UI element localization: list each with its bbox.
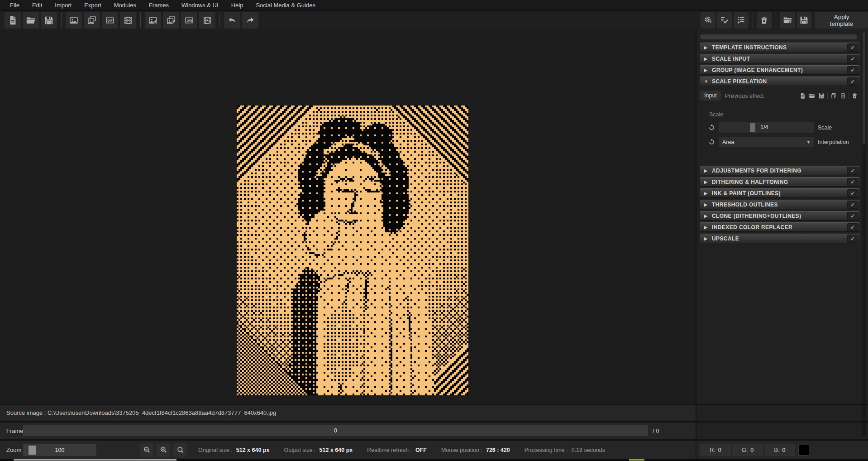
- interpolation-dropdown[interactable]: Area ▼: [719, 137, 814, 147]
- redo-button[interactable]: [242, 12, 258, 29]
- undo-button[interactable]: [224, 12, 240, 29]
- panel-enable-checkbox[interactable]: ✓: [847, 178, 858, 186]
- toolbar-right-group: Apply template: [700, 11, 868, 29]
- panel-header-adjustments-for-dithering[interactable]: ▶ADJUSTMENTS FOR DITHERING✓: [700, 166, 859, 175]
- panel-enable-checkbox[interactable]: ✓: [847, 55, 858, 63]
- status-field-original-size: Original size :512 x 640 px: [198, 447, 269, 453]
- import-gif-button[interactable]: GIF: [102, 12, 118, 29]
- status-bar: Zoom 100 Original size :512 x 640 pxOutp…: [0, 441, 868, 459]
- save-file-mini-button[interactable]: [817, 91, 826, 101]
- zoom-out-button[interactable]: [140, 443, 153, 457]
- menu-frames[interactable]: Frames: [143, 0, 175, 10]
- toolbar-separator: [753, 13, 753, 28]
- expand-triangle-icon: ▶: [704, 191, 712, 196]
- channel-label: B:: [774, 447, 780, 453]
- export-video-button[interactable]: [199, 12, 215, 29]
- effect-list-button[interactable]: [734, 12, 749, 29]
- toolbar-separator: [61, 13, 62, 28]
- main-toolbar: GIFGIF Apply template: [0, 11, 868, 29]
- panel-enable-checkbox[interactable]: ✓: [847, 66, 858, 74]
- menu-edit[interactable]: Edit: [26, 0, 48, 10]
- panel-title: GROUP (IMAGE ENHANCEMENT): [712, 67, 803, 73]
- open-file-mini-button[interactable]: [807, 91, 817, 101]
- scale-slider-handle[interactable]: [750, 123, 755, 132]
- menu-file[interactable]: File: [4, 0, 26, 10]
- panel-header-ink-paint-outlines[interactable]: ▶INK & PAINT (OUTLINES)✓: [700, 188, 859, 198]
- toolbar-separator: [776, 13, 776, 28]
- panel-header-clone-dithering-outlines[interactable]: ▶CLONE (DITHERING+OUTLINES)✓: [700, 211, 859, 221]
- export-gif-button[interactable]: GIF: [181, 12, 197, 29]
- zoom-fit-icon: [176, 446, 185, 454]
- copy-icon: [830, 92, 837, 99]
- input-source-chip[interactable]: Input: [700, 91, 721, 101]
- zoom-in-button[interactable]: [157, 443, 170, 457]
- panel-header-template-instructions[interactable]: ▶TEMPLATE INSTRUCTIONS✓: [700, 43, 859, 52]
- panel-header-scale-input[interactable]: ▶SCALE INPUT✓: [700, 54, 859, 63]
- new-file-mini-button[interactable]: [798, 91, 807, 101]
- panel-header-dithering-halftoning[interactable]: ▶DITHERING & HALFTONING✓: [700, 177, 859, 187]
- horizontal-scrollbar-thumb[interactable]: [14, 459, 176, 461]
- expand-triangle-icon: ▶: [704, 68, 712, 72]
- template-name-bar[interactable]: [700, 34, 857, 39]
- frame-value: 0: [23, 425, 648, 436]
- save-file-button[interactable]: [41, 12, 57, 29]
- add-effect-gear-button[interactable]: [701, 12, 715, 29]
- menu-social-media-guides[interactable]: Social Media & Guides: [249, 0, 322, 10]
- field-label: Realtime refresh :: [367, 447, 412, 453]
- field-label: Output size :: [284, 447, 315, 453]
- panel-enable-checkbox[interactable]: ✓: [847, 167, 858, 175]
- field-value: 512 x 640 px: [320, 447, 353, 453]
- panel-enable-checkbox[interactable]: ✓: [847, 43, 858, 52]
- menu-import[interactable]: Import: [48, 0, 78, 10]
- panel-enable-checkbox[interactable]: ✓: [847, 201, 858, 209]
- paste-mini-button[interactable]: [838, 91, 848, 101]
- run-template-script-button[interactable]: [717, 12, 732, 29]
- sidebar-scrollbar[interactable]: [862, 30, 866, 437]
- frame-slider[interactable]: 0: [23, 425, 648, 436]
- delete-mini-button[interactable]: [850, 91, 859, 101]
- reset-scale-button[interactable]: [706, 123, 716, 133]
- new-file-icon: [8, 15, 18, 25]
- import-video-button[interactable]: [120, 12, 136, 29]
- panel-header-indexed-color-replacer[interactable]: ▶INDEXED COLOR REPLACER✓: [700, 222, 859, 232]
- panel-enable-checkbox[interactable]: ✓: [847, 212, 858, 220]
- export-video-icon: [202, 15, 212, 25]
- paste-icon: [839, 92, 846, 99]
- export-image-button[interactable]: [145, 12, 161, 29]
- panel-header-upscale[interactable]: ▶UPSCALE✓: [700, 234, 859, 243]
- panel-enable-checkbox[interactable]: ✓: [847, 235, 858, 243]
- scale-slider[interactable]: 1/4: [719, 122, 814, 133]
- import-image-sequence-button[interactable]: [84, 12, 100, 29]
- preview-image[interactable]: [237, 106, 468, 395]
- field-label: Processing time :: [525, 447, 568, 453]
- menu-modules[interactable]: Modules: [108, 0, 143, 10]
- clear-effects-trash-button[interactable]: [757, 12, 772, 29]
- panel-header-threshold-outlines[interactable]: ▶THRESHOLD OUTLINES✓: [700, 200, 859, 209]
- open-file-icon: [26, 15, 36, 25]
- panel-enable-checkbox[interactable]: ✓: [847, 77, 858, 86]
- save-template-button[interactable]: [797, 12, 812, 29]
- status-fields: Original size :512 x 640 pxOutput size :…: [198, 447, 605, 453]
- reset-interpolation-button[interactable]: [706, 137, 716, 147]
- apply-template-button[interactable]: Apply template: [815, 12, 868, 29]
- panel-enable-checkbox[interactable]: ✓: [847, 223, 858, 231]
- import-image-button[interactable]: [66, 12, 82, 29]
- copy-mini-button[interactable]: [829, 91, 838, 101]
- open-file-button[interactable]: [23, 12, 39, 29]
- new-file-button[interactable]: [5, 12, 21, 29]
- canvas-viewport[interactable]: [0, 29, 696, 405]
- panel-header-scale-pixelation[interactable]: ▼SCALE PIXELATION✓: [700, 77, 859, 86]
- zoom-fit-button[interactable]: [173, 443, 187, 457]
- menu-help[interactable]: Help: [225, 0, 250, 10]
- field-value: 726 : 420: [486, 447, 510, 453]
- menu-export[interactable]: Export: [78, 0, 108, 10]
- svg-text:GIF: GIF: [107, 19, 112, 22]
- zoom-slider[interactable]: 100: [23, 444, 96, 456]
- export-image-sequence-button[interactable]: [163, 12, 179, 29]
- expand-triangle-icon: ▶: [704, 214, 712, 218]
- scrollbar-thumb[interactable]: [863, 31, 865, 144]
- panel-enable-checkbox[interactable]: ✓: [847, 189, 858, 197]
- menu-windows-ui[interactable]: Windows & UI: [175, 0, 225, 10]
- panel-header-group-image-enhancement[interactable]: ▶GROUP (IMAGE ENHANCEMENT)✓: [700, 65, 859, 75]
- load-template-folder-button[interactable]: [780, 12, 795, 29]
